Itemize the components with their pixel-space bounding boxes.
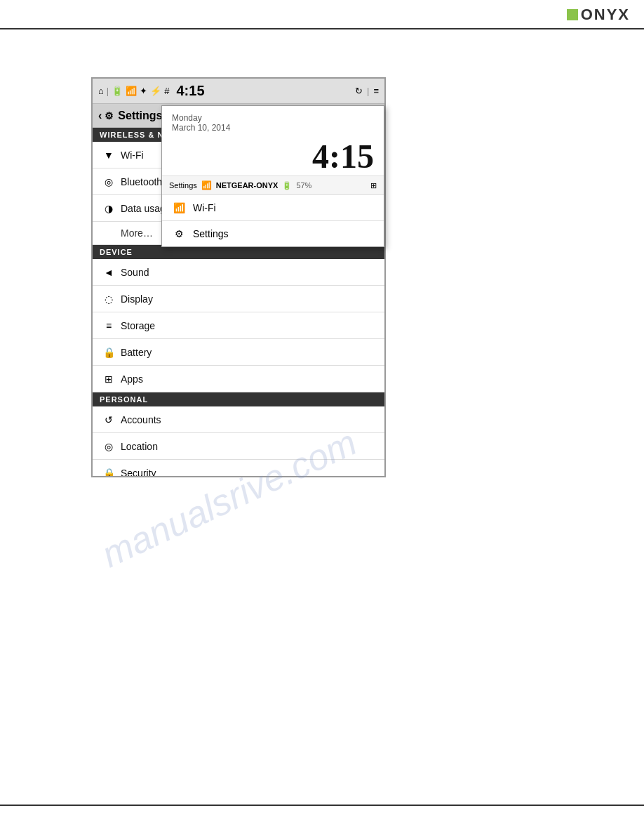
logo-text: ONYX (581, 6, 630, 24)
status-bar: ⌂ | 🔋 📶 ✦ ⚡ # 4:15 ↻ | ≡ (93, 79, 384, 104)
security-label: Security (121, 468, 156, 478)
sound-label: Sound (121, 267, 149, 278)
battery-item[interactable]: 🔒 Battery (93, 339, 384, 366)
popup-day: Monday (172, 113, 374, 123)
popup-network: NETGEAR-ONYX (216, 181, 279, 190)
section-personal: PERSONAL (93, 392, 384, 406)
grid-icon: # (164, 86, 169, 96)
popup-battery: 57% (296, 181, 311, 190)
sound-item[interactable]: ◄ Sound (93, 259, 384, 286)
more-label: More… (121, 227, 153, 239)
bluetooth-label: Bluetooth (121, 176, 162, 187)
location-icon: ◎ (102, 441, 115, 452)
section-device: DEVICE (93, 245, 384, 259)
gear-icon: ⚙ (105, 110, 114, 121)
popup-wifi-menu-icon: 📶 (172, 202, 186, 213)
battery-icon: 🔋 (112, 86, 123, 96)
back-icon[interactable]: ‹ (98, 110, 102, 122)
wifi-item-icon: ▼ (102, 150, 115, 161)
wifi-icon: 📶 (126, 86, 137, 96)
top-border (0, 28, 644, 29)
display-label: Display (121, 293, 153, 305)
menu-icon: ≡ (373, 86, 379, 96)
apps-item[interactable]: ⊞ Apps (93, 366, 384, 392)
onyx-logo: ONYX (567, 6, 630, 24)
divider2: | (367, 86, 369, 96)
popup-time: 4:15 (162, 137, 384, 176)
storage-label: Storage (121, 320, 155, 331)
accounts-item[interactable]: ↺ Accounts (93, 406, 384, 433)
location-label: Location (121, 441, 158, 452)
storage-icon: ≡ (102, 320, 115, 331)
popup-header: Monday March 10, 2014 (162, 106, 384, 137)
battery-bar-icon: 🔋 (282, 181, 292, 190)
wifi-label: Wi-Fi (121, 150, 144, 161)
notification-popup: Monday March 10, 2014 4:15 Settings 📶 NE… (161, 105, 384, 247)
apps-icon: ⊞ (102, 373, 115, 385)
data-icon: ◑ (102, 203, 115, 214)
logo-box (567, 9, 578, 20)
battery-item-icon: 🔒 (102, 347, 115, 358)
popup-wifi-label: Wi-Fi (193, 202, 216, 213)
display-item[interactable]: ◌ Display (93, 286, 384, 312)
status-time: 4:15 (176, 83, 204, 99)
popup-status-row: Settings 📶 NETGEAR-ONYX 🔋 57% ⊞ (162, 176, 384, 194)
status-bar-right: ↻ | ≡ (355, 86, 379, 96)
home-icon: ⌂ (98, 86, 104, 96)
popup-wifi-icon: 📶 (201, 180, 212, 190)
popup-settings-icon: ⚙ (172, 228, 186, 239)
accounts-icon: ↺ (102, 414, 115, 425)
popup-settings-item[interactable]: ⚙ Settings (162, 220, 384, 246)
battery-label: Battery (121, 347, 152, 358)
security-icon: 🔒 (102, 468, 115, 478)
status-bar-left: ⌂ | 🔋 📶 ✦ ⚡ # 4:15 (98, 83, 205, 99)
popup-settings-label: Settings (169, 181, 197, 190)
bottom-border (0, 805, 644, 806)
storage-item[interactable]: ≡ Storage (93, 312, 384, 339)
sound-icon: ◄ (102, 267, 115, 278)
usb-icon: ⚡ (150, 86, 161, 96)
popup-wifi-item[interactable]: 📶 Wi-Fi (162, 194, 384, 220)
apps-label: Apps (121, 373, 143, 385)
divider1: | (107, 86, 109, 96)
accounts-label: Accounts (121, 414, 161, 425)
security-item[interactable]: 🔒 Security (93, 460, 384, 477)
bluetooth-icon: ✦ (140, 86, 147, 96)
popup-settings-menu-label: Settings (193, 228, 229, 239)
popup-date: March 10, 2014 (172, 123, 374, 133)
sync-icon: ↻ (355, 86, 363, 96)
popup-extra-icon: ⊞ (370, 181, 377, 190)
bluetooth-item-icon: ◎ (102, 176, 115, 187)
display-icon: ◌ (102, 293, 115, 305)
location-item[interactable]: ◎ Location (93, 433, 384, 460)
settings-title: Settings (118, 110, 162, 122)
